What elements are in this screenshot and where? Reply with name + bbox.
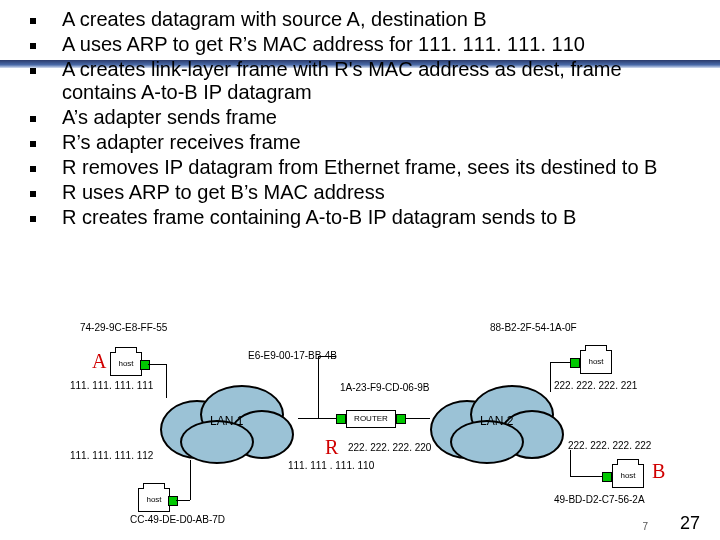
bullet-text: R uses ARP to get B’s MAC address (62, 181, 690, 204)
bullet-icon (30, 216, 36, 222)
node-b-label: B (652, 460, 665, 483)
nic (336, 414, 346, 424)
link-line (550, 362, 551, 392)
node-b1-ip: 222. 222. 222. 221 (554, 380, 637, 392)
host-label: host (580, 350, 612, 374)
link-line (148, 364, 166, 365)
bullet-item: R’s adapter receives frame (30, 131, 690, 154)
nic (140, 360, 150, 370)
network-diagram: LAN 1 LAN 2 A host 74-29-9C-E8-FF-55 111… (50, 300, 670, 520)
link-line (406, 418, 430, 419)
link-line (166, 364, 167, 398)
link-line (298, 418, 336, 419)
nic (602, 472, 612, 482)
host-label: host (138, 488, 170, 512)
bullet-item: R removes IP datagram from Ethernet fram… (30, 156, 690, 179)
bullet-text: R creates frame containing A-to-B IP dat… (62, 206, 690, 229)
bullet-item: A’s adapter sends frame (30, 106, 690, 129)
bullet-item: R creates frame containing A-to-B IP dat… (30, 206, 690, 229)
bullet-item: R uses ARP to get B’s MAC address (30, 181, 690, 204)
bullet-icon (30, 166, 36, 172)
nic (396, 414, 406, 424)
bullet-icon (30, 43, 36, 49)
lan1-label: LAN 1 (210, 415, 243, 429)
link-line (176, 500, 190, 501)
link-line (570, 476, 602, 477)
bullet-item: A uses ARP to get R’s MAC address for 11… (30, 33, 690, 56)
bullet-text: R removes IP datagram from Ethernet fram… (62, 156, 690, 179)
node-a-mac: 74-29-9C-E8-FF-55 (80, 322, 167, 334)
router-left-mac: E6-E9-00-17-BB-4B (248, 350, 337, 362)
bullet-icon (30, 191, 36, 197)
router-label: R (325, 436, 338, 459)
host-b1: host (580, 350, 610, 372)
router-left-ip: 111. 111 . 111. 110 (288, 460, 374, 472)
host-a2: host (138, 488, 168, 510)
node-b-ip: 222. 222. 222. 222 (568, 440, 651, 452)
bullet-list: A creates datagram with source A, destin… (30, 6, 690, 231)
router-right-ip: 222. 222. 222. 220 (348, 442, 431, 454)
bullet-icon (30, 141, 36, 147)
node-b1-mac: 88-B2-2F-54-1A-0F (490, 322, 577, 334)
link-line (550, 362, 570, 363)
page-number-small: 7 (642, 521, 648, 533)
node-a-label: A (92, 350, 106, 373)
nic (570, 358, 580, 368)
bullet-text: A creates link-layer frame with R's MAC … (62, 58, 690, 104)
bullet-text: A creates datagram with source A, destin… (62, 8, 690, 31)
bullet-icon (30, 116, 36, 122)
page-number: 27 (680, 513, 700, 534)
node-b-mac: 49-BD-D2-C7-56-2A (554, 494, 645, 506)
bullet-item: A creates datagram with source A, destin… (30, 8, 690, 31)
bullet-item: A creates link-layer frame with R's MAC … (30, 58, 690, 104)
bullet-text: A uses ARP to get R’s MAC address for 11… (62, 33, 690, 56)
host-b: host (612, 464, 642, 486)
bullet-icon (30, 68, 36, 74)
host-a: host (110, 352, 140, 374)
node-a2-ip: 111. 111. 111. 112 (70, 450, 153, 462)
bullet-text: R’s adapter receives frame (62, 131, 690, 154)
bullet-icon (30, 18, 36, 24)
host-label: host (110, 352, 142, 376)
link-line (190, 460, 191, 500)
nic (168, 496, 178, 506)
link-line (570, 450, 571, 476)
router-right-mac: 1A-23-F9-CD-06-9B (340, 382, 429, 394)
node-a-ip: 111. 111. 111. 111 (70, 380, 153, 392)
link-line (318, 356, 319, 418)
bullet-text: A’s adapter sends frame (62, 106, 690, 129)
router-box: ROUTER (346, 410, 396, 428)
host-label: host (612, 464, 644, 488)
node-a2-mac: CC-49-DE-D0-AB-7D (130, 514, 225, 526)
slide: A creates datagram with source A, destin… (0, 0, 720, 540)
lan2-label: LAN 2 (480, 415, 513, 429)
